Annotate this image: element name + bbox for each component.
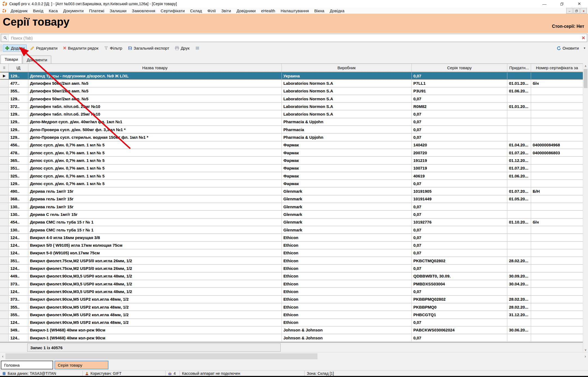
cell-valid-until [507, 265, 531, 272]
row-marker [0, 257, 9, 264]
table-row[interactable]: 365..Депос сусп. д/ин. 0,7% амп. 1 мл № … [0, 157, 583, 164]
table-row[interactable]: 355..Викрил фиолет.90см,М5 USP2 кол.игла… [0, 311, 583, 319]
mdi-minimize-button[interactable]: – [566, 8, 573, 14]
search-clear-icon[interactable]: ✕ [580, 35, 587, 41]
menu-item-2[interactable]: Вихід [30, 8, 46, 13]
delete-row-button[interactable]: ✕ Видалити рядок [61, 44, 101, 52]
window-tab-home[interactable]: Головна [1, 361, 53, 369]
table-row[interactable]: 129..Депиофен табл. п/пл.об. 25мг №10Lab… [0, 110, 583, 118]
window-tab-current[interactable]: Серія товару [54, 361, 108, 369]
refresh-button[interactable]: Оновити [554, 44, 581, 52]
menu-item-9[interactable]: Склад [187, 8, 205, 13]
cell-manufacturer: Glenmark [282, 203, 412, 210]
export-button[interactable]: Загальний експорт [126, 44, 172, 52]
scroll-up-icon[interactable]: ∧ [583, 64, 588, 68]
horizontal-scroll-thumb[interactable] [5, 353, 317, 359]
table-row[interactable]: 129..Депо-Провера сусп. стерильн. водная… [0, 134, 583, 141]
table-row[interactable]: 124..Викрил 4-0 игла 16мм режущая 3/8Eth… [0, 234, 583, 242]
menu-item-12[interactable]: Довідники [234, 8, 258, 13]
refresh-dropdown-icon[interactable]: ▾ [584, 46, 585, 50]
mdi-close-button[interactable]: x [580, 8, 587, 14]
table-row[interactable]: 124..Викрил фиолет.75см,М2 USP3/0 кол.иг… [0, 265, 583, 272]
row-indicator-header[interactable] [0, 64, 9, 72]
menu-item-6[interactable]: Залишки [107, 8, 129, 13]
table-row[interactable]: 124..Викрил-1 (W9468) 40мм кол-реж 90смJ… [0, 334, 583, 342]
table-row[interactable]: 454..Дерива СМС гель туба 15 г № 1Glenma… [0, 219, 583, 226]
table-row[interactable]: 355..Депиофен 50мг/2мл амп. №5Laboratori… [0, 88, 583, 95]
scroll-right-icon[interactable]: › [583, 352, 588, 360]
scroll-down-icon[interactable]: ∨ [583, 347, 588, 352]
table-row[interactable]: 477..Депиофен 50мг/2мл амп. №5Laboratori… [0, 80, 583, 87]
cell-id: 124.. [9, 249, 28, 257]
cell-manufacturer: Pharmacia [282, 126, 412, 133]
table-row[interactable]: 129..Депо-Медрол сусп. д/ин. 40мг/мл фл.… [0, 118, 583, 126]
table-row[interactable]: 456..Депос сусп. д/ин. 0,7% амп. 1 мл № … [0, 141, 583, 149]
cell-name: Викрил 4-0 игла 16мм режущая 3/8 [28, 234, 282, 241]
table-row[interactable]: 373..Викрил фиолет.90см,М5 USP2 кол.игла… [0, 296, 583, 303]
horizontal-scrollbar[interactable]: ‹ › [0, 352, 588, 360]
table-row[interactable]: 349..Викрил-1 (W9468) 40мм кол-реж 90смJ… [0, 327, 583, 334]
table-row[interactable]: 449..Викрил фиолет.90см,М3,5 USP0 кол.иг… [0, 273, 583, 280]
column-header-1[interactable]: ІД [9, 64, 28, 72]
column-header-6[interactable]: Номер сертифіката за [531, 64, 583, 72]
cell-id: 372.. [9, 103, 28, 110]
table-row[interactable]: 124..Викрил 5-0 (W9105) кол.17мм 75смEth… [0, 249, 583, 257]
table-row[interactable]: 478..Депос сусп. д/ин. 0,7% амп. 1 мл № … [0, 149, 583, 157]
table-row[interactable]: ▶129..Депенд Трусы - подгузники д/взросл… [0, 72, 583, 80]
menu-item-4[interactable]: Документи [60, 8, 86, 13]
table-row[interactable]: 325..Депос сусп. д/ин. 0,7% амп. 1 мл № … [0, 172, 583, 180]
vertical-scrollbar[interactable]: ∧ ∨ [583, 64, 588, 352]
table-row[interactable]: 373..Викрил фиолет.90см,М3,5 USP0 кол.иг… [0, 280, 583, 288]
row-marker [0, 126, 9, 133]
table-row[interactable]: 368..Дерива гель 1мг/г 15гGlenmark101914… [0, 195, 583, 203]
table-row[interactable]: 129..Депос сусп. д/ин. 0,7% амп. 1 мл № … [0, 180, 583, 188]
table-row[interactable]: 124..Викрил фиолет.90см,М3,5 USP0 кол.иг… [0, 288, 583, 295]
menu-item-11[interactable]: Звіти [219, 8, 234, 13]
add-button[interactable]: Додати [3, 44, 27, 52]
close-button[interactable]: ✕ [571, 0, 588, 8]
menu-item-7[interactable]: Замовлення [129, 8, 158, 13]
menu-item-13[interactable]: eHealth [258, 8, 278, 13]
table-row[interactable]: 130..Дерива СМС гель туба 15 г № 1Glenma… [0, 226, 583, 234]
menu-item-3[interactable]: Каса [46, 8, 60, 13]
cell-manufacturer: Фармак [282, 149, 412, 156]
vertical-scroll-thumb[interactable] [584, 69, 587, 88]
table-row[interactable]: 490..Дерива гель 1мг/г 15гGlenmark101919… [0, 188, 583, 195]
menu-item-14[interactable]: Налаштування [278, 8, 312, 13]
print-button[interactable]: Друк [172, 44, 192, 52]
table-row[interactable]: 130..Дерива гель 1мг/г 15гGlenmark0,07 [0, 203, 583, 211]
column-header-2[interactable]: Назва товару [28, 64, 282, 72]
table-row[interactable]: 351..Викрил фиолет.75см,М2 USP3/0 кол.иг… [0, 257, 583, 265]
column-header-3[interactable]: Виробник [282, 64, 412, 72]
menu-item-16[interactable]: Довідка [327, 8, 347, 13]
menu-item-5[interactable]: Платежі [86, 8, 107, 13]
table-row[interactable]: 130..Дерива С гель 1мг/г 15гGlenmark0,07 [0, 211, 583, 218]
search-input[interactable] [9, 36, 580, 40]
edit-button[interactable]: Редагувати [28, 44, 60, 52]
table-row[interactable]: 124..Викрил 5/0 ( W9105) игла 17мм колющ… [0, 242, 583, 249]
mdi-restore-button[interactable] [573, 8, 580, 14]
tab-dokumenty[interactable]: Документи [23, 56, 51, 64]
menu-item-15[interactable]: Вікна [312, 8, 327, 13]
table-row[interactable]: 129..Депиофен 50мг/2мл амп. №5Laboratori… [0, 95, 583, 103]
menu-item-1[interactable]: Довідник [8, 8, 30, 13]
column-header-5[interactable]: Придатн... [507, 64, 531, 72]
restore-button[interactable] [553, 0, 571, 8]
cell-valid-until: 01.01.20... [507, 103, 531, 110]
minimize-button[interactable]: — [536, 0, 553, 8]
table-row[interactable]: 355..Викрил фиолет.90см,М5 USP2 кол.игла… [0, 303, 583, 311]
tab-tovary[interactable]: Товари [1, 55, 22, 64]
table-row[interactable]: 129..Депо-Провера сусп. д/ин. 500мг фл. … [0, 126, 583, 134]
filter-button[interactable]: Фільтр [102, 44, 124, 52]
menu-item-8[interactable]: Сертифікати [158, 8, 187, 13]
table-row[interactable]: 372..Депиофен табл. п/пл.об. 25мг №10Lab… [0, 103, 583, 110]
table-row[interactable]: 351..Депос сусп. д/ин. 0,7% амп. 1 мл № … [0, 165, 583, 172]
menu-item-10[interactable]: Філії [205, 8, 219, 13]
table-row[interactable]: 124..Викрил фиолет.90см,М5 USP2 кол.игла… [0, 319, 583, 327]
scroll-left-icon[interactable]: ‹ [0, 352, 5, 360]
search-box[interactable]: ✕ [1, 34, 587, 42]
column-chooser-button[interactable] [193, 44, 202, 52]
cell-series: 0,07 [412, 226, 507, 233]
column-header-4[interactable]: Серія товару [412, 64, 507, 72]
cell-certificate [531, 296, 583, 303]
